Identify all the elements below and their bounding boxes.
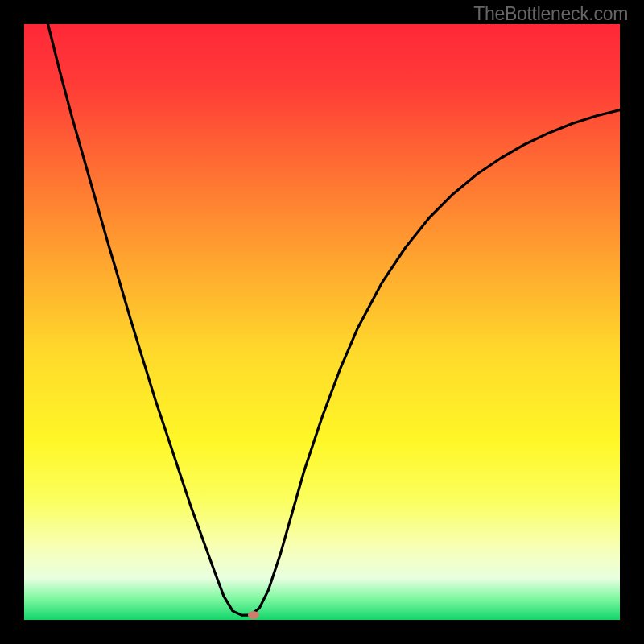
- chart-frame: TheBottleneck.com: [0, 0, 644, 644]
- gradient-background: [24, 24, 620, 620]
- plot-area: [24, 24, 620, 620]
- watermark-text: TheBottleneck.com: [473, 3, 628, 25]
- optimal-point-marker: [248, 611, 259, 619]
- bottleneck-chart: [24, 24, 620, 620]
